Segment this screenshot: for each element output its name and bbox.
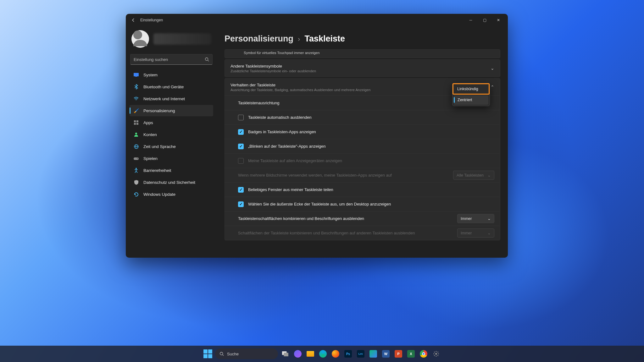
checkbox[interactable]: [238, 115, 244, 120]
gaming-icon: [133, 156, 139, 161]
window-title: Einstellungen: [140, 18, 163, 22]
badges-row[interactable]: ✓ Badges in Taskleisten-Apps anzeigen: [225, 124, 500, 139]
svg-point-0: [205, 58, 208, 61]
combine-dropdown[interactable]: Immer ⌄: [457, 214, 494, 223]
nav-personalization[interactable]: 🖌️Personalisierung: [130, 105, 213, 116]
accounts-icon: [133, 132, 139, 137]
avatar: [131, 30, 149, 48]
chevron-down-icon: ⌄: [487, 216, 491, 221]
task-view-icon[interactable]: [280, 348, 291, 359]
nav-system[interactable]: System: [130, 69, 213, 80]
powerpoint-icon[interactable]: P: [393, 348, 404, 359]
app-icon-1[interactable]: [292, 348, 303, 359]
search-box[interactable]: [130, 54, 213, 65]
arrow-left-icon: [131, 18, 136, 23]
svg-point-14: [137, 158, 138, 159]
svg-rect-2: [134, 73, 139, 76]
checkbox-checked[interactable]: ✓: [238, 129, 244, 135]
alignment-option-left[interactable]: Linksbündig: [453, 84, 489, 94]
svg-line-1: [208, 60, 209, 62]
profile-section[interactable]: [128, 26, 214, 53]
file-explorer-icon[interactable]: [305, 348, 316, 359]
sidebar: System Bluetooth und Geräte Netzwerk und…: [126, 26, 217, 258]
globe-icon: [133, 144, 139, 149]
nav-apps[interactable]: Apps: [130, 117, 213, 128]
breadcrumb-parent[interactable]: Personalisierung: [225, 34, 293, 44]
app-icon-2[interactable]: [368, 348, 379, 359]
search-input[interactable]: [134, 57, 205, 62]
content-area: Personalisierung › Taskleiste Symbol für…: [217, 26, 508, 258]
svg-point-13: [137, 158, 137, 158]
svg-rect-4: [134, 120, 136, 122]
svg-line-17: [223, 355, 224, 356]
search-icon: [205, 57, 209, 62]
nav-gaming[interactable]: Spielen: [130, 153, 213, 164]
chevron-down-icon: ⌄: [487, 231, 491, 235]
svg-rect-5: [136, 120, 138, 122]
other-icons-panel[interactable]: Andere Taskleistensymbole Zusätzliche Ta…: [225, 59, 500, 77]
nav-network[interactable]: Netzwerk und Internet: [130, 93, 213, 104]
taskbar[interactable]: Suche Ps Lrc W P X: [0, 346, 644, 362]
network-icon: [133, 96, 139, 101]
nav-accounts[interactable]: Konten: [130, 129, 213, 140]
combine-row: Taskleistenschaltflächen kombinieren und…: [225, 211, 500, 226]
all-displays-row: Meine Taskleiste auf allen Anzeigegeräte…: [225, 153, 500, 168]
svg-rect-7: [136, 123, 138, 125]
taskbar-search[interactable]: Suche: [215, 348, 278, 359]
chevron-right-icon: ›: [298, 35, 300, 43]
bluetooth-icon: [133, 84, 139, 90]
svg-point-16: [220, 352, 223, 355]
photoshop-icon[interactable]: Ps: [343, 348, 353, 359]
checkbox-disabled: [238, 158, 244, 164]
behavior-panel: Verhalten der Taskleiste Ausrichtung der…: [225, 78, 500, 240]
nav-accessibility[interactable]: Barrierefreiheit: [130, 165, 213, 176]
desktop-corner-row[interactable]: ✓ Wählen Sie die äußerste Ecke der Taskl…: [225, 197, 500, 211]
start-button[interactable]: [203, 348, 213, 359]
checkbox-checked[interactable]: ✓: [238, 187, 244, 193]
multi-monitor-dropdown: Alle Taskleisten ⌄: [453, 171, 494, 180]
breadcrumb-current: Taskleiste: [304, 34, 345, 44]
nav-list: System Bluetooth und Geräte Netzwerk und…: [128, 69, 214, 200]
autohide-row[interactable]: Taskleiste automatisch ausblenden: [225, 110, 500, 124]
word-icon[interactable]: W: [380, 348, 391, 359]
chevron-down-icon: ⌄: [487, 173, 491, 178]
firefox-icon[interactable]: [330, 348, 341, 359]
chrome-icon[interactable]: [418, 348, 429, 359]
svg-point-8: [135, 133, 137, 134]
nav-privacy[interactable]: Datenschutz und Sicherheit: [130, 177, 213, 188]
titlebar: Einstellungen ─ ▢ ✕: [126, 14, 508, 26]
chevron-down-icon: ⌄: [491, 66, 494, 71]
maximize-button[interactable]: ▢: [478, 15, 491, 25]
minimize-button[interactable]: ─: [464, 15, 478, 25]
svg-point-20: [435, 353, 437, 355]
svg-rect-19: [284, 353, 288, 356]
shield-icon: [133, 179, 139, 185]
nav-windows-update[interactable]: Windows Update: [130, 189, 213, 200]
chevron-up-icon: ⌃: [491, 85, 494, 90]
profile-name-blurred: [153, 33, 211, 45]
nav-bluetooth[interactable]: Bluetooth und Geräte: [130, 81, 213, 92]
combine-other-dropdown: Immer ⌄: [457, 228, 494, 238]
checkbox-checked[interactable]: ✓: [238, 201, 244, 207]
close-button[interactable]: ✕: [491, 15, 505, 25]
flashing-row[interactable]: ✓ „Blinken auf der Taskleiste"-Apps anze…: [225, 139, 500, 153]
apps-icon: [133, 120, 139, 125]
accessibility-icon: [133, 167, 139, 173]
breadcrumb: Personalisierung › Taskleiste: [225, 26, 500, 49]
svg-rect-3: [135, 76, 137, 77]
settings-icon[interactable]: [431, 348, 441, 359]
settings-window: Einstellungen ─ ▢ ✕ System Bluetooth und…: [126, 14, 508, 258]
checkbox-checked[interactable]: ✓: [238, 144, 244, 149]
nav-time-language[interactable]: Zeit und Sprache: [130, 141, 213, 152]
multi-monitor-row: Wenn mehrere Bildschirme verwendet werde…: [225, 168, 500, 182]
system-icon: [133, 72, 139, 78]
share-window-row[interactable]: ✓ Beliebiges Fenster aus meiner Taskleis…: [225, 182, 500, 197]
edge-icon[interactable]: [318, 348, 328, 359]
back-button[interactable]: [128, 15, 138, 25]
brush-icon: 🖌️: [133, 108, 139, 113]
svg-point-15: [136, 168, 137, 169]
alignment-option-center[interactable]: Zentriert: [454, 95, 488, 105]
lightroom-icon[interactable]: Lrc: [355, 348, 366, 359]
touchpad-icon-row: Symbol für virtuelles Touchpad immer anz…: [225, 49, 500, 58]
excel-icon[interactable]: X: [406, 348, 416, 359]
